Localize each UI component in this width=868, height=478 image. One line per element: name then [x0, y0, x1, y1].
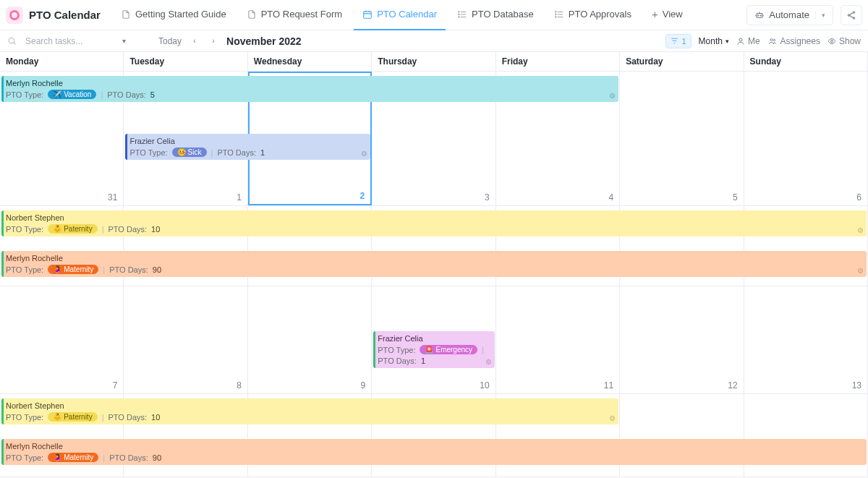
gear-icon[interactable]: ⚙: [609, 92, 616, 100]
day-number: 2: [360, 191, 365, 201]
day-cell[interactable]: 6: [744, 72, 868, 205]
pto-type-pill: ✈️Vacation: [48, 90, 96, 99]
pto-type-label: PTO Type:: [6, 265, 43, 274]
gear-icon[interactable]: ⚙: [485, 358, 492, 366]
svg-point-2: [459, 14, 459, 14]
svg-point-8: [758, 15, 759, 16]
svg-point-5: [556, 14, 556, 14]
day-number: 12: [728, 380, 737, 390]
me-filter[interactable]: Me: [736, 36, 760, 46]
show-options[interactable]: Show: [827, 36, 861, 46]
next-month-button[interactable]: ›: [208, 35, 219, 47]
share-icon: [846, 10, 856, 20]
eye-icon: [827, 37, 836, 46]
day-header: Monday: [0, 52, 124, 71]
day-header: Tuesday: [124, 52, 247, 71]
pto-type-label: PTO Type:: [6, 453, 43, 462]
svg-point-4: [556, 11, 556, 12]
day-header: Wednesday: [248, 52, 372, 71]
month-label: November 2022: [226, 35, 302, 47]
tab-pto-calendar[interactable]: PTO Calendar: [354, 0, 446, 30]
day-cell[interactable]: 5: [620, 72, 744, 205]
day-number: 11: [604, 380, 613, 390]
gear-icon[interactable]: ⚙: [361, 150, 367, 158]
pto-type-label: PTO Type:: [129, 148, 167, 157]
chevron-down-icon: ▾: [815, 12, 825, 19]
event-person: Norbert Stephen: [6, 213, 862, 222]
filter-badge[interactable]: 1: [665, 34, 691, 48]
search-input[interactable]: [24, 35, 111, 47]
add-view-label: View: [663, 9, 683, 20]
tab-pto-approvals[interactable]: PTO Approvals: [545, 0, 640, 30]
pto-type-label: PTO Type:: [6, 225, 43, 234]
week-row: Norbert StephenPTO Type:👶Paternity|PTO D…: [0, 394, 868, 477]
svg-point-11: [848, 14, 849, 15]
svg-rect-0: [364, 11, 372, 17]
gear-icon[interactable]: ⚙: [857, 267, 864, 275]
day-cell[interactable]: 7: [0, 286, 124, 393]
day-number: 10: [480, 380, 489, 390]
search-icon: [7, 36, 17, 46]
pto-type-label: PTO Type:: [6, 413, 43, 422]
prev-month-button[interactable]: ‹: [189, 35, 200, 47]
add-view-button[interactable]: +View: [643, 0, 692, 30]
search-options-chevron[interactable]: ▾: [118, 35, 129, 47]
day-header: Friday: [496, 52, 620, 71]
automate-button[interactable]: Automate ▾: [746, 5, 833, 25]
pto-days-label: PTO Days:: [109, 265, 148, 274]
calendar-event[interactable]: Norbert StephenPTO Type:👶Paternity|PTO D…: [1, 210, 867, 236]
share-button[interactable]: [841, 5, 862, 25]
pto-type-pill: 👶Paternity: [48, 224, 97, 234]
pto-days-label: PTO Days:: [217, 148, 256, 157]
day-header: Sunday: [744, 52, 868, 71]
day-cell[interactable]: 9: [248, 286, 372, 393]
svg-point-14: [739, 38, 742, 41]
day-cell[interactable]: 12: [620, 286, 744, 393]
calendar-event[interactable]: Frazier CeliaPTO Type:🚨Emergency|PTO Day…: [373, 331, 494, 368]
event-person: Merlyn Rochelle: [6, 79, 614, 88]
svg-point-16: [773, 39, 775, 41]
tab-getting-started-guide[interactable]: Getting Started Guide: [112, 0, 235, 30]
pto-type-pill: 🚨Emergency: [420, 345, 477, 354]
gear-icon[interactable]: ⚙: [609, 414, 616, 422]
tab-pto-database[interactable]: PTO Database: [448, 0, 542, 30]
day-number: 8: [237, 380, 242, 390]
day-cell[interactable]: 11: [496, 286, 620, 393]
today-button[interactable]: Today: [158, 36, 182, 46]
svg-point-15: [770, 38, 773, 40]
calendar-event[interactable]: Norbert StephenPTO Type:👶Paternity|PTO D…: [1, 398, 618, 424]
calendar-event[interactable]: Merlyn RochellePTO Type:🤰Maternity|PTO D…: [1, 251, 867, 277]
svg-point-1: [459, 11, 459, 12]
week-row: Norbert StephenPTO Type:👶Paternity|PTO D…: [0, 206, 868, 286]
filter-count: 1: [681, 37, 686, 46]
svg-point-10: [853, 11, 854, 12]
event-person: Merlyn Rochelle: [6, 254, 862, 263]
day-cell[interactable]: 13: [744, 286, 868, 393]
svg-point-6: [556, 16, 556, 17]
event-person: Frazier Celia: [378, 334, 490, 343]
tab-pto-request-form[interactable]: PTO Request Form: [238, 0, 351, 30]
assignees-filter[interactable]: Assignees: [767, 36, 820, 46]
calendar-grid: 31123456Merlyn RochellePTO Type:✈️Vacati…: [0, 72, 868, 477]
day-header: Thursday: [372, 52, 495, 71]
pto-days-value: 1: [260, 148, 265, 157]
pto-type-label: PTO Type:: [6, 90, 43, 99]
day-number: 13: [852, 380, 861, 390]
app-logo: [6, 7, 23, 24]
pto-days-label: PTO Days:: [109, 453, 148, 462]
view-mode-select[interactable]: Month▾: [699, 36, 729, 46]
week-row: 78910111213Frazier CeliaPTO Type:🚨Emerge…: [0, 286, 868, 394]
calendar-event[interactable]: Merlyn RochellePTO Type:✈️Vacation|PTO D…: [1, 76, 618, 102]
svg-point-12: [853, 17, 854, 18]
gear-icon[interactable]: ⚙: [857, 226, 864, 234]
person-icon: [736, 37, 745, 46]
page-title: PTO Calendar: [29, 9, 101, 21]
calendar-event[interactable]: Merlyn RochellePTO Type:🤰Maternity|PTO D…: [1, 439, 867, 465]
pto-days-label: PTO Days:: [378, 357, 417, 365]
pto-days-value: 5: [150, 90, 155, 99]
day-number: 9: [361, 380, 366, 390]
pto-days-label: PTO Days:: [107, 90, 146, 99]
calendar-event[interactable]: Frazier CeliaPTO Type:🤒Sick|PTO Days:1⚙: [125, 134, 370, 160]
day-cell[interactable]: 8: [124, 286, 247, 393]
event-person: Norbert Stephen: [6, 401, 614, 410]
